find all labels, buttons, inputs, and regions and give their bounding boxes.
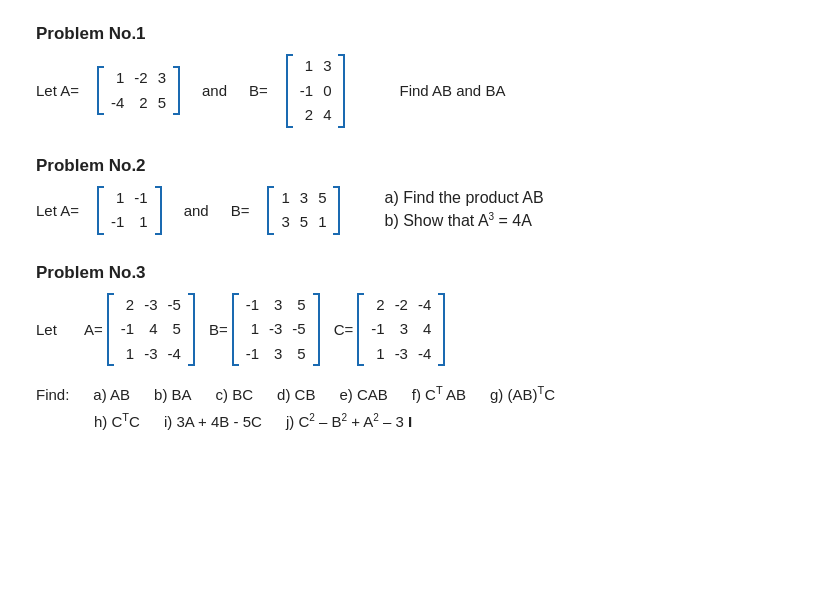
cell: -4 xyxy=(413,342,436,367)
p3-matrix-b: -135 1-3-5 -135 xyxy=(232,293,320,367)
p2-let-label: Let A= xyxy=(36,202,79,219)
p3-c-label: C= xyxy=(334,321,354,338)
p2-b-label: B= xyxy=(231,202,250,219)
cell: 3 xyxy=(295,186,313,211)
cell: 1 xyxy=(106,66,129,91)
cell: -1 xyxy=(116,317,139,342)
cell: 2 xyxy=(295,103,318,128)
cell: 1 xyxy=(106,186,129,211)
p3-let-label: Let xyxy=(36,321,57,338)
p1-let-label: Let A= xyxy=(36,82,79,99)
p2-matrix-b: 135 351 xyxy=(267,186,340,235)
cell: 1 xyxy=(295,54,318,79)
cell: -2 xyxy=(129,66,152,91)
cell: -1 xyxy=(295,79,318,104)
p3-find-abtc: g) (AB)TC xyxy=(490,384,555,403)
cell: -1 xyxy=(241,342,264,367)
cell: -1 xyxy=(366,317,389,342)
cell: 3 xyxy=(276,210,294,235)
cell: 1 xyxy=(313,210,331,235)
cell: 4 xyxy=(139,317,162,342)
cell: 3 xyxy=(390,317,413,342)
cell: -1 xyxy=(241,293,264,318)
cell: -4 xyxy=(106,91,129,116)
cell: -3 xyxy=(264,317,287,342)
cell: 5 xyxy=(313,186,331,211)
p3-find-row-2: h) CTC i) 3A + 4B - 5C j) C2 – B2 + A2 –… xyxy=(94,411,791,430)
cell: 4 xyxy=(318,103,336,128)
cell: -1 xyxy=(129,186,152,211)
p3-find-ba: b) BA xyxy=(154,386,192,403)
cell: 3 xyxy=(153,66,171,91)
problem-3-matrices: Let A= 2-3-5 -145 1-3-4 B= xyxy=(36,293,791,367)
p3-find-label: Find: xyxy=(36,386,69,403)
cell: 5 xyxy=(287,342,310,367)
cell: 1 xyxy=(366,342,389,367)
cell: 5 xyxy=(295,210,313,235)
cell: -5 xyxy=(287,317,310,342)
problem-1: Problem No.1 Let A= 1-23 -425 and B= 13 … xyxy=(36,24,791,128)
cell: 3 xyxy=(264,293,287,318)
problem-2: Problem No.2 Let A= 1-1 -11 and B= 135 3… xyxy=(36,156,791,235)
p3-find-bc: c) BC xyxy=(216,386,254,403)
cell: 3 xyxy=(318,54,336,79)
p3-find-section: Find: a) AB b) BA c) BC d) CB e) CAB f) … xyxy=(36,384,791,430)
p2-matrix-a: 1-1 -11 xyxy=(97,186,162,235)
cell: 1 xyxy=(129,210,152,235)
p3-find-row-1: Find: a) AB b) BA c) BC d) CB e) CAB f) … xyxy=(36,384,791,403)
cell: 1 xyxy=(241,317,264,342)
cell: 0 xyxy=(318,79,336,104)
p2-parts: a) Find the product AB b) Show that A3 =… xyxy=(384,189,543,230)
p2-part-a: a) Find the product AB xyxy=(384,189,543,207)
cell: -1 xyxy=(106,210,129,235)
cell: 2 xyxy=(129,91,152,116)
cell: -4 xyxy=(413,293,436,318)
p1-and: and xyxy=(202,82,227,99)
p3-a-label: A= xyxy=(75,321,103,338)
problem-1-content: Let A= 1-23 -425 and B= 13 -10 24 Find A… xyxy=(36,54,791,128)
p1-b-label: B= xyxy=(249,82,268,99)
p3-matrix-c: 2-2-4 -134 1-3-4 xyxy=(357,293,445,367)
p1-matrix-a: 1-23 -425 xyxy=(97,66,180,115)
problem-3: Problem No.3 Let A= 2-3-5 -145 1-3-4 B= xyxy=(36,263,791,431)
cell: -3 xyxy=(139,293,162,318)
p2-part-b: b) Show that A3 = 4A xyxy=(384,211,543,230)
p3-find-cb: d) CB xyxy=(277,386,315,403)
cell: 5 xyxy=(153,91,171,116)
cell: 5 xyxy=(287,293,310,318)
problem-1-title: Problem No.1 xyxy=(36,24,791,44)
cell: 2 xyxy=(366,293,389,318)
cell: 4 xyxy=(413,317,436,342)
p3-b-label: B= xyxy=(209,321,228,338)
problem-2-title: Problem No.2 xyxy=(36,156,791,176)
problem-3-title: Problem No.3 xyxy=(36,263,791,283)
cell: 2 xyxy=(116,293,139,318)
cell: -4 xyxy=(163,342,186,367)
cell: 1 xyxy=(116,342,139,367)
p3-find-ab: a) AB xyxy=(93,386,130,403)
cell: -2 xyxy=(390,293,413,318)
p3-matrix-a: 2-3-5 -145 1-3-4 xyxy=(107,293,195,367)
p3-c-block: C= 2-2-4 -134 1-3-4 xyxy=(334,293,446,367)
cell: -5 xyxy=(163,293,186,318)
cell: -3 xyxy=(390,342,413,367)
cell: 5 xyxy=(163,317,186,342)
p1-find: Find AB and BA xyxy=(399,82,505,99)
problem-2-content: Let A= 1-1 -11 and B= 135 351 a) Find th… xyxy=(36,186,791,235)
cell: 1 xyxy=(276,186,294,211)
p3-find-expr: j) C2 – B2 + A2 – 3 I xyxy=(286,412,412,430)
p3-find-ctc: h) CTC xyxy=(94,411,140,430)
p3-find-cab: e) CAB xyxy=(339,386,387,403)
p3-a-block: A= 2-3-5 -145 1-3-4 xyxy=(75,293,195,367)
p3-b-block: B= -135 1-3-5 -135 xyxy=(209,293,320,367)
p1-matrix-b: 13 -10 24 xyxy=(286,54,346,128)
cell: 3 xyxy=(264,342,287,367)
p3-find-3a4b5c: i) 3A + 4B - 5C xyxy=(164,413,262,430)
p3-find-ctab: f) CT AB xyxy=(412,384,466,403)
p2-and: and xyxy=(184,202,209,219)
cell: -3 xyxy=(139,342,162,367)
